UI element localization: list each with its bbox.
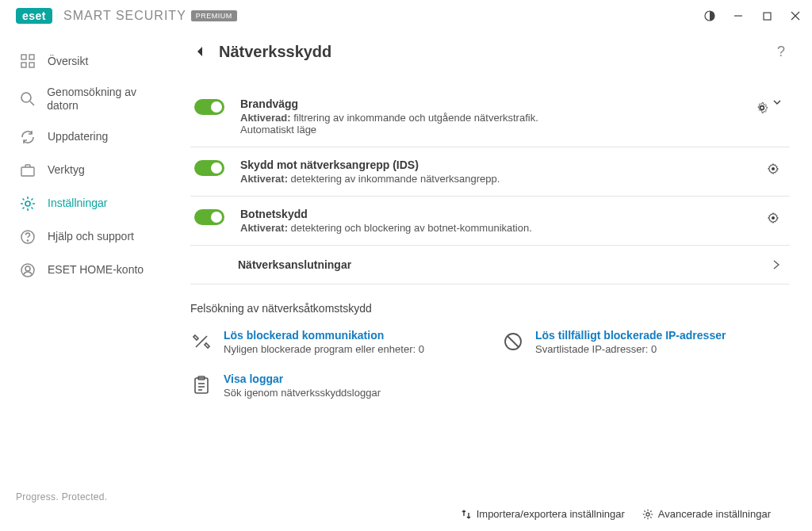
import-export-icon [461, 509, 472, 520]
svg-rect-21 [195, 378, 208, 393]
briefcase-icon [19, 162, 36, 179]
page-title: Nätverksskydd [219, 43, 331, 61]
bottom-link-label: Importera/exportera inställningar [477, 508, 625, 520]
gear-icon [19, 195, 36, 212]
svg-rect-5 [21, 55, 26, 59]
tier-badge: PREMIUM [191, 10, 237, 21]
sidebar-item-help[interactable]: Hjälp och support [0, 220, 182, 254]
row-link-title: Nätverksanslutningar [238, 258, 351, 271]
close-button[interactable] [790, 10, 801, 21]
svg-point-14 [27, 239, 28, 240]
troubleshoot-link[interactable]: Visa loggar [224, 372, 381, 385]
troubleshoot-grid: Lös blockerad kommunikation Nyligen bloc… [190, 324, 790, 403]
ids-settings-button[interactable] [764, 160, 782, 178]
troubleshoot-logs: Visa loggar Sök igenom nätverksskyddslog… [190, 368, 478, 403]
module-extra: Automatiskt läge [240, 124, 747, 136]
maximize-button[interactable] [761, 10, 772, 21]
account-icon [19, 262, 36, 279]
sidebar-item-label: Genomsökning av datorn [47, 86, 167, 113]
state-label: Aktiverat: [240, 222, 288, 234]
module-text: Brandvägg Aktiverad: filtrering av inkom… [240, 97, 747, 136]
troubleshoot-sub: Nyligen blockerade program eller enheter… [224, 343, 424, 355]
sidebar-item-label: Verktyg [48, 163, 85, 177]
firewall-settings-button[interactable] [753, 99, 771, 117]
module-status: Aktiverat: detektering och blockering av… [240, 222, 758, 234]
tools-icon [190, 330, 213, 353]
contrast-icon[interactable] [704, 10, 715, 21]
sidebar-item-label: ESET HOME-konto [48, 263, 144, 277]
svg-point-16 [25, 266, 30, 271]
overview-icon [19, 52, 36, 70]
back-button[interactable] [190, 42, 209, 61]
module-text: Botnetskydd Aktiverat: detektering och b… [240, 208, 758, 234]
sidebar: Översikt Genomsökning av datorn Uppdater… [0, 30, 182, 531]
state-desc: detektering och blockering av botnet-kom… [291, 222, 532, 234]
module-ids: Skydd mot nätverksangrepp (IDS) Aktivera… [190, 147, 790, 197]
window-controls [704, 10, 801, 21]
blocked-icon [502, 330, 524, 353]
troubleshoot-link[interactable]: Lös tillfälligt blockerade IP-adresser [535, 329, 726, 342]
bottom-bar: Importera/exportera inställningar Avance… [190, 497, 790, 531]
main-panel: Nätverksskydd ? Brandvägg Aktiverad: fil… [182, 30, 812, 531]
svg-point-26 [646, 512, 649, 515]
module-title: Botnetskydd [240, 208, 758, 220]
svg-rect-8 [29, 63, 34, 67]
module-status: Aktiverat: detektering av inkommande nät… [240, 173, 758, 185]
main-header: Nätverksskydd ? [190, 42, 790, 71]
module-status: Aktiverad: filtrering av inkommande och … [240, 112, 747, 124]
sidebar-item-label: Översikt [48, 55, 88, 68]
module-title: Brandvägg [240, 97, 747, 110]
advanced-settings-link[interactable]: Avancerade inställningar [642, 508, 771, 520]
help-button[interactable]: ? [772, 44, 790, 60]
svg-rect-11 [21, 167, 34, 176]
help-icon [19, 228, 36, 246]
magnifier-icon [19, 90, 36, 108]
module-text: Skydd mot nätverksangrepp (IDS) Aktivera… [240, 159, 758, 185]
import-export-link[interactable]: Importera/exportera inställningar [461, 508, 625, 520]
troubleshoot-blocked-ip: Lös tillfälligt blockerade IP-adresser S… [502, 324, 790, 360]
refresh-icon [19, 128, 36, 146]
network-connections-row[interactable]: Nätverksanslutningar [190, 246, 790, 285]
svg-line-10 [30, 101, 34, 105]
sidebar-item-overview[interactable]: Översikt [0, 44, 182, 78]
botnet-toggle[interactable] [194, 209, 224, 225]
svg-point-18 [772, 216, 775, 220]
chevron-down-icon[interactable] [772, 97, 782, 107]
eset-logo: eset [16, 8, 52, 24]
svg-rect-6 [29, 55, 34, 59]
titlebar: eset SMART SECURITY PREMIUM [0, 0, 812, 30]
troubleshoot-sub: Svartlistade IP-adresser: 0 [535, 343, 726, 355]
sidebar-item-scan[interactable]: Genomsökning av datorn [0, 78, 182, 120]
svg-line-20 [508, 336, 519, 347]
botnet-settings-button[interactable] [764, 209, 782, 227]
svg-point-12 [25, 201, 30, 206]
sidebar-item-tools[interactable]: Verktyg [0, 154, 182, 187]
svg-rect-7 [21, 63, 26, 67]
sidebar-item-update[interactable]: Uppdatering [0, 120, 182, 154]
ids-toggle[interactable] [194, 160, 224, 176]
bottom-link-label: Avancerade inställningar [658, 508, 771, 520]
troubleshoot-link[interactable]: Lös blockerad kommunikation [224, 329, 424, 342]
sidebar-item-label: Inställningar [48, 197, 108, 210]
gear-icon [642, 509, 653, 520]
sidebar-item-label: Hjälp och support [48, 230, 134, 243]
state-label: Aktiverad: [240, 112, 291, 124]
svg-point-9 [21, 93, 31, 102]
state-label: Aktiverat: [240, 173, 288, 185]
product-name: SMART SECURITY [63, 9, 186, 23]
clipboard-icon [190, 374, 213, 396]
module-title: Skydd mot nätverksangrepp (IDS) [240, 159, 758, 171]
svg-point-17 [772, 167, 775, 170]
firewall-toggle[interactable] [194, 99, 224, 115]
minimize-button[interactable] [733, 10, 744, 21]
sidebar-item-settings[interactable]: Inställningar [0, 187, 182, 220]
content: Brandvägg Aktiverad: filtrering av inkom… [190, 71, 790, 497]
sidebar-item-label: Uppdatering [48, 130, 108, 143]
state-desc: detektering av inkommande nätverksangrep… [291, 173, 500, 185]
troubleshoot-heading: Felsökning av nätverksåtkomstskydd [190, 285, 790, 324]
troubleshoot-blocked-comm: Lös blockerad kommunikation Nyligen bloc… [190, 324, 478, 360]
sidebar-item-home-account[interactable]: ESET HOME-konto [0, 254, 182, 287]
footer-tagline: Progress. Protected. [0, 491, 182, 517]
svg-rect-2 [764, 13, 771, 20]
state-desc: filtrering av inkommande och utgående nä… [293, 112, 538, 124]
